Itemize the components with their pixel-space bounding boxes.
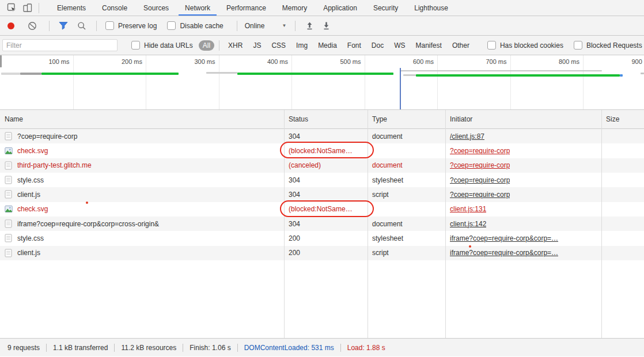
filter-type-css[interactable]: CSS — [267, 40, 290, 51]
toolbar-divider — [39, 3, 39, 13]
tab-elements[interactable]: Elements — [49, 0, 94, 16]
toolbar-divider — [237, 21, 237, 31]
export-har-button[interactable] — [322, 21, 331, 31]
overview-waterfall-bar — [20, 73, 41, 75]
tab-network[interactable]: Network — [177, 0, 218, 16]
device-toolbar-button[interactable] — [20, 1, 36, 15]
clear-icon — [28, 21, 37, 31]
status-text: (canceled) — [289, 161, 321, 169]
overview-waterfall-bar — [206, 72, 237, 74]
timeline-tick-label: 300 ms — [177, 58, 215, 65]
network-toolbar: Preserve log Disable cache Online ▼ — [0, 16, 644, 36]
blocked-requests-checkbox[interactable] — [574, 41, 582, 50]
table-row[interactable]: client.js 304 script ?coep=require-corp — [0, 187, 644, 202]
tab-security[interactable]: Security — [365, 0, 406, 16]
table-row[interactable]: ?coep=require-corp 304 document /client.… — [0, 129, 644, 143]
type-text: document — [368, 158, 445, 173]
disable-cache-checkbox[interactable] — [167, 21, 176, 30]
filter-type-manifest[interactable]: Manifest — [412, 40, 446, 51]
initiator-link[interactable]: client.js:142 — [450, 220, 486, 228]
timeline-tick-label: 800 ms — [541, 58, 579, 65]
timeline-gridline — [365, 55, 365, 109]
clear-button[interactable] — [28, 21, 37, 31]
type-text: document — [368, 217, 445, 231]
timeline-gridline — [146, 55, 146, 109]
preserve-log-checkbox[interactable] — [105, 21, 114, 30]
table-row[interactable]: iframe?coep=require-corp&corp=cross-orig… — [0, 217, 644, 231]
tab-application[interactable]: Application — [315, 0, 365, 16]
initiator-link[interactable]: ?coep=require-corp — [450, 176, 510, 184]
timeline-tick-label: 400 ms — [250, 58, 288, 65]
hide-data-urls-label: Hide data URLs — [144, 41, 193, 50]
table-row[interactable]: client.js 200 script iframe?coep=require… — [0, 246, 644, 260]
initiator-link[interactable]: ?coep=require-corp — [450, 191, 510, 199]
initiator-link[interactable]: iframe?coep=require-corp&corp=… — [450, 234, 558, 242]
table-row[interactable]: check.svg (blocked:NotSame… ?coep=requir… — [0, 143, 644, 158]
network-summary-bar: 9 requests1.1 kB transferred11.2 kB reso… — [0, 338, 644, 356]
tab-sources[interactable]: Sources — [135, 0, 177, 16]
filter-type-font[interactable]: Font — [343, 40, 365, 51]
blocked-requests-label: Blocked Requests — [586, 41, 642, 50]
upload-icon — [305, 21, 314, 31]
panel-tabs: ElementsConsoleSourcesNetworkPerformance… — [49, 0, 456, 16]
size-cell — [601, 202, 644, 217]
summary-item: 9 requests — [7, 344, 40, 352]
filter-type-other[interactable]: Other — [448, 40, 473, 51]
funnel-icon — [58, 21, 69, 30]
filter-type-ws[interactable]: WS — [390, 40, 409, 51]
timeline-gridline — [291, 55, 292, 109]
has-blocked-cookies-checkbox[interactable] — [487, 41, 496, 50]
table-row[interactable]: check.svg (blocked:NotSame… client.js:13… — [0, 202, 644, 217]
network-overview-timeline[interactable]: 100 ms200 ms300 ms400 ms500 ms600 ms700 … — [0, 55, 644, 110]
initiator-link[interactable]: /client.js:87 — [450, 132, 484, 140]
column-header-status[interactable]: Status — [284, 115, 368, 123]
table-row[interactable]: style.css 200 stylesheet iframe?coep=req… — [0, 231, 644, 245]
status-text: 200 — [289, 234, 300, 242]
tab-console[interactable]: Console — [94, 0, 135, 16]
column-header-name[interactable]: Name — [0, 115, 284, 123]
filter-toggle-button[interactable] — [58, 21, 69, 30]
document-file-icon — [5, 234, 13, 242]
filter-type-doc[interactable]: Doc — [368, 40, 388, 51]
size-cell — [601, 158, 644, 173]
column-divider[interactable] — [284, 110, 285, 338]
throttling-value: Online — [245, 22, 265, 30]
tab-performance[interactable]: Performance — [218, 0, 274, 16]
filter-type-all[interactable]: All — [199, 40, 214, 51]
record-button[interactable] — [7, 22, 14, 29]
overview-waterfall-bar — [403, 74, 416, 76]
table-row[interactable]: style.css 304 stylesheet ?coep=require-c… — [0, 173, 644, 187]
column-header-initiator[interactable]: Initiator — [445, 115, 601, 123]
timeline-gridline — [510, 55, 511, 109]
hide-data-urls-checkbox[interactable] — [131, 41, 140, 50]
column-divider[interactable] — [445, 110, 446, 338]
filter-type-media[interactable]: Media — [314, 40, 341, 51]
initiator-link[interactable]: ?coep=require-corp — [450, 161, 510, 169]
toolbar-divider — [49, 21, 50, 31]
table-body: ?coep=require-corp 304 document /client.… — [0, 129, 644, 260]
filter-type-js[interactable]: JS — [249, 40, 265, 51]
column-header-type[interactable]: Type — [368, 115, 445, 123]
throttling-dropdown[interactable]: Online ▼ — [245, 22, 287, 30]
tab-lighthouse[interactable]: Lighthouse — [406, 0, 456, 16]
import-har-button[interactable] — [305, 21, 314, 31]
tab-memory[interactable]: Memory — [274, 0, 315, 16]
filter-type-xhr[interactable]: XHR — [224, 40, 247, 51]
summary-item: 11.2 kB resources — [121, 344, 176, 352]
column-divider[interactable] — [601, 110, 602, 338]
initiator-link[interactable]: client.js:131 — [450, 205, 486, 213]
column-header-size[interactable]: Size — [601, 115, 644, 123]
filter-type-img[interactable]: Img — [292, 40, 312, 51]
timeline-tick-label: 100 ms — [32, 58, 70, 65]
inspect-element-button[interactable] — [3, 1, 20, 15]
status-text: 200 — [289, 249, 300, 257]
initiator-link[interactable]: iframe?coep=require-corp&corp=… — [450, 249, 558, 257]
initiator-link[interactable]: ?coep=require-corp — [450, 147, 510, 155]
column-divider[interactable] — [368, 110, 368, 338]
timeline-gridline — [219, 55, 219, 109]
filter-input[interactable] — [2, 39, 118, 51]
table-row[interactable]: third-party-test.glitch.me (canceled) do… — [0, 158, 644, 173]
overview-waterfall-bar — [620, 74, 623, 77]
size-cell — [601, 143, 644, 158]
search-button[interactable] — [77, 21, 86, 31]
